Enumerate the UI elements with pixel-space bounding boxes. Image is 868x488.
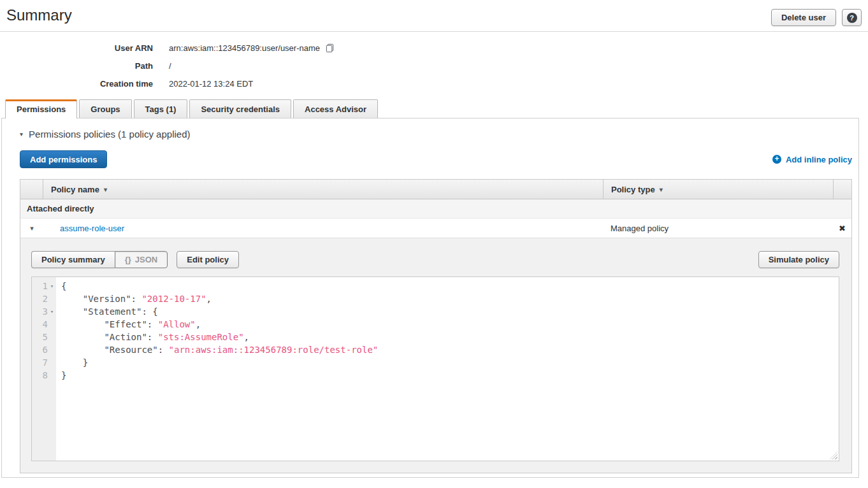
edit-policy-button[interactable]: Edit policy bbox=[177, 251, 239, 268]
gutter-line: 8 bbox=[32, 369, 56, 382]
user-arn-value: arn:aws:iam::123456789:user/user-name bbox=[169, 43, 320, 53]
fold-caret-icon[interactable]: ▾ bbox=[48, 305, 56, 318]
page-header: Summary Delete user ? bbox=[0, 0, 868, 24]
tab-bar: Permissions Groups Tags (1) Security cre… bbox=[1, 99, 859, 118]
delete-user-button[interactable]: Delete user bbox=[771, 9, 836, 26]
simulate-policy-button[interactable]: Simulate policy bbox=[758, 251, 839, 268]
tab-permissions[interactable]: Permissions bbox=[5, 99, 77, 118]
gutter-line: 6 bbox=[32, 343, 56, 356]
section-caret-icon: ▾ bbox=[20, 131, 23, 138]
path-label: Path bbox=[0, 61, 153, 71]
policy-name-link[interactable]: assume-role-user bbox=[51, 224, 124, 233]
policy-json-editor[interactable]: 1▾23▾45678 { "Version": "2012-10-17", "S… bbox=[31, 276, 839, 461]
tab-security-credentials[interactable]: Security credentials bbox=[189, 99, 291, 118]
json-view-button[interactable]: {} JSON bbox=[115, 251, 168, 268]
code-line: { bbox=[61, 280, 839, 292]
tab-tags[interactable]: Tags (1) bbox=[134, 99, 188, 118]
code-line: } bbox=[61, 356, 839, 369]
fold-caret-icon[interactable]: ▾ bbox=[48, 280, 56, 292]
creation-time-label: Creation time bbox=[0, 79, 153, 89]
user-details: User ARN arn:aws:iam::123456789:user/use… bbox=[0, 42, 868, 89]
sort-caret-icon: ▾ bbox=[104, 186, 107, 193]
code-line: "Action": "sts:AssumeRole", bbox=[61, 331, 839, 343]
policy-type-value: Managed policy bbox=[611, 224, 669, 233]
code-line: "Resource": "arn:aws:iam::123456789:role… bbox=[61, 343, 839, 356]
fold-spacer bbox=[48, 331, 56, 343]
tab-access-advisor[interactable]: Access Advisor bbox=[293, 99, 378, 118]
plus-icon: + bbox=[772, 155, 781, 164]
policy-view-segmented-control: Policy summary {} JSON bbox=[31, 251, 168, 268]
gutter-line: 7 bbox=[32, 356, 56, 369]
permissions-panel: ▾ Permissions policies (1 policy applied… bbox=[1, 118, 859, 478]
attached-directly-label: Attached directly bbox=[20, 204, 94, 213]
policies-table: Policy name ▾ Policy type ▾ Attached dir… bbox=[20, 179, 852, 473]
policy-view-toolbar: Policy summary {} JSON Edit policy Simul… bbox=[31, 251, 839, 268]
user-arn-label: User ARN bbox=[0, 43, 153, 53]
gutter-line: 1▾ bbox=[32, 280, 56, 292]
fold-spacer bbox=[48, 356, 56, 369]
gutter-line: 5 bbox=[32, 331, 56, 343]
fold-spacer bbox=[48, 343, 56, 356]
help-icon: ? bbox=[847, 13, 857, 23]
detail-row-creation-time: Creation time 2022-01-12 13:24 EDT bbox=[0, 78, 868, 89]
gutter-line: 3▾ bbox=[32, 305, 56, 318]
detail-row-user-arn: User ARN arn:aws:iam::123456789:user/use… bbox=[0, 42, 868, 54]
code-line: "Effect": "Allow", bbox=[61, 318, 839, 331]
add-inline-policy-label: Add inline policy bbox=[786, 155, 852, 164]
code-line: "Statement": { bbox=[61, 305, 839, 318]
policy-summary-button[interactable]: Policy summary bbox=[31, 251, 115, 268]
fold-spacer bbox=[48, 292, 56, 305]
gutter-line: 4 bbox=[32, 318, 56, 331]
editor-gutter: 1▾23▾45678 bbox=[32, 277, 56, 461]
help-button[interactable]: ? bbox=[842, 9, 862, 26]
copy-arn-button[interactable] bbox=[325, 43, 335, 53]
add-inline-policy-link[interactable]: + Add inline policy bbox=[772, 155, 852, 164]
permissions-toolbar: Add permissions + Add inline policy bbox=[20, 150, 852, 168]
policy-expanded-view: Policy summary {} JSON Edit policy Simul… bbox=[20, 238, 851, 473]
sort-caret-icon: ▾ bbox=[660, 186, 663, 193]
creation-time-value: 2022-01-12 13:24 EDT bbox=[169, 79, 253, 89]
tab-groups[interactable]: Groups bbox=[79, 99, 131, 118]
header-divider bbox=[0, 31, 868, 32]
header-remove-cell bbox=[833, 180, 851, 199]
header-actions: Delete user ? bbox=[771, 9, 862, 26]
policy-name-column-header[interactable]: Policy name ▾ bbox=[43, 180, 603, 199]
code-line: } bbox=[61, 369, 839, 382]
page-title: Summary bbox=[6, 6, 862, 24]
path-value: / bbox=[169, 61, 171, 71]
detach-policy-button[interactable]: ✖ bbox=[839, 224, 846, 233]
detail-row-path: Path / bbox=[0, 60, 868, 71]
permissions-policies-section-toggle[interactable]: ▾ Permissions policies (1 policy applied… bbox=[20, 129, 852, 140]
gutter-line: 2 bbox=[32, 292, 56, 305]
add-permissions-button[interactable]: Add permissions bbox=[20, 150, 107, 168]
fold-spacer bbox=[48, 318, 56, 331]
attached-directly-group-row: Attached directly bbox=[20, 199, 851, 219]
row-expander-icon[interactable]: ▾ bbox=[30, 224, 34, 233]
policy-row: ▾ assume-role-user Managed policy ✖ bbox=[20, 219, 851, 238]
copy-icon bbox=[325, 43, 335, 53]
fold-spacer bbox=[48, 369, 56, 382]
permissions-policies-title: Permissions policies (1 policy applied) bbox=[29, 129, 190, 140]
braces-icon: {} bbox=[125, 255, 131, 264]
editor-code: { "Version": "2012-10-17", "Statement": … bbox=[56, 277, 839, 461]
code-line: "Version": "2012-10-17", bbox=[61, 292, 839, 305]
policy-type-column-header[interactable]: Policy type ▾ bbox=[603, 180, 833, 199]
policies-table-header: Policy name ▾ Policy type ▾ bbox=[20, 180, 851, 199]
tab-region: Permissions Groups Tags (1) Security cre… bbox=[1, 99, 859, 478]
header-expander-cell bbox=[20, 180, 43, 199]
